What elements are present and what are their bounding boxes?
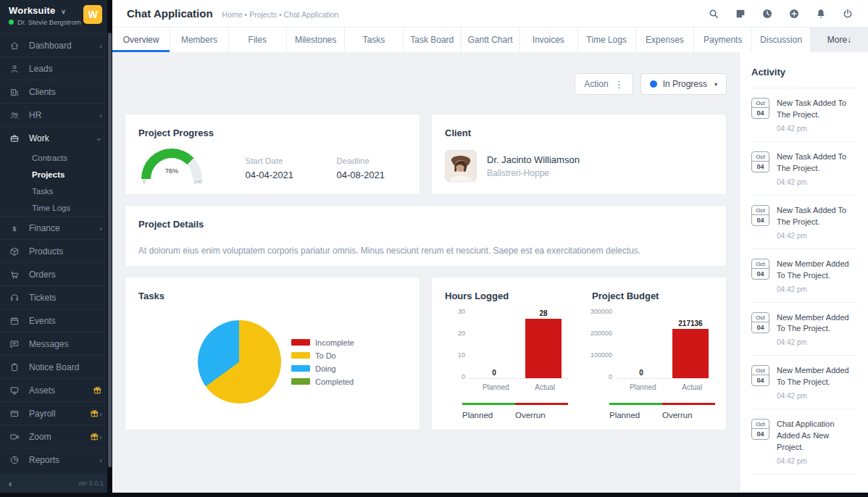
date-day: 04 bbox=[752, 375, 769, 385]
client-avatar bbox=[445, 150, 477, 182]
overrun-legend-line bbox=[662, 403, 715, 405]
card-title: Client bbox=[432, 114, 726, 138]
tab-more[interactable]: More↓ bbox=[811, 28, 868, 52]
project-details-card: Project Details At dolorum eius enim vol… bbox=[125, 205, 727, 267]
card-title: Tasks bbox=[125, 277, 420, 301]
sidebar-item-messages[interactable]: Messages bbox=[0, 332, 112, 355]
collapse-sidebar-button[interactable]: ‹ bbox=[9, 478, 12, 489]
legend-swatch bbox=[291, 378, 310, 385]
app-logo[interactable]: W bbox=[83, 5, 102, 24]
sidebar: Worksuite ∨ Dr. Stevie Bergstrom W Dashb… bbox=[0, 0, 112, 497]
sidebar-item-tickets[interactable]: Tickets bbox=[0, 285, 112, 309]
sticky-note-icon[interactable] bbox=[735, 8, 746, 20]
action-button[interactable]: Action ⋮ bbox=[575, 73, 633, 95]
sidebar-item-notice-board[interactable]: Notice Board bbox=[0, 355, 112, 378]
tab-members[interactable]: Members bbox=[170, 28, 228, 52]
tab-label: Discussion bbox=[760, 35, 802, 45]
tab-payments[interactable]: Payments bbox=[694, 28, 752, 52]
sidebar-item-tasks[interactable]: Tasks bbox=[0, 183, 112, 199]
tab-overview[interactable]: Overview bbox=[112, 28, 170, 52]
sidebar-item-hr[interactable]: HR › bbox=[0, 103, 112, 126]
tab-label: Files bbox=[249, 35, 267, 45]
sidebar-item-events[interactable]: Events bbox=[0, 309, 112, 332]
date-month: Oct bbox=[752, 206, 769, 215]
card-title: Project Details bbox=[125, 206, 726, 230]
video-icon bbox=[9, 432, 20, 442]
actual-bar bbox=[672, 329, 709, 378]
tab-invoices[interactable]: Invoices bbox=[519, 28, 577, 52]
sidebar-item-label: Work bbox=[29, 133, 96, 143]
overrun-legend-line bbox=[515, 403, 568, 405]
tab-task-board[interactable]: Task Board bbox=[404, 28, 462, 52]
bell-icon[interactable] bbox=[815, 8, 827, 20]
headset-icon bbox=[9, 293, 20, 303]
date-day: 04 bbox=[752, 108, 769, 118]
tab-milestones[interactable]: Milestones bbox=[287, 28, 345, 52]
legend-item: Incomplete bbox=[291, 338, 354, 347]
sidebar-item-label: Orders bbox=[29, 270, 102, 280]
sidebar-item-reports[interactable]: Reports › bbox=[0, 448, 112, 471]
sidebar-item-contracts[interactable]: Contracts bbox=[0, 149, 112, 166]
chevron-down-icon: ∨ bbox=[61, 8, 66, 15]
sidebar-item-orders[interactable]: Orders bbox=[0, 262, 112, 285]
tab-label: Task Board bbox=[410, 35, 454, 45]
clipboard-icon bbox=[9, 362, 20, 372]
project-budget-chart: Project Budget 3000002000001000000 0 217… bbox=[579, 277, 726, 430]
tab-label: Members bbox=[181, 35, 217, 45]
sidebar-item-assets[interactable]: Assets bbox=[0, 378, 112, 401]
tab-discussion[interactable]: Discussion bbox=[752, 28, 810, 52]
sidebar-item-zoom[interactable]: Zoom › bbox=[0, 425, 112, 448]
clock-icon[interactable] bbox=[761, 8, 773, 20]
gift-icon bbox=[90, 432, 99, 441]
client-company: Balistreri-Hoppe bbox=[487, 168, 580, 178]
gauge-max: 100 bbox=[193, 179, 202, 184]
start-date-value: 04-04-2021 bbox=[246, 170, 294, 180]
sidebar-item-products[interactable]: Products bbox=[0, 239, 112, 262]
sidebar-item-time-logs[interactable]: Time Logs bbox=[0, 199, 112, 216]
card-title: Hours Logged bbox=[436, 277, 575, 301]
bar-value: 0 bbox=[492, 369, 496, 377]
sidebar-item-payroll[interactable]: Payroll › bbox=[0, 401, 112, 425]
card-title: Project Budget bbox=[583, 277, 722, 301]
cart-icon bbox=[9, 270, 20, 280]
sidebar-item-projects[interactable]: Projects bbox=[0, 166, 112, 183]
x-axis: PlannedActual bbox=[470, 383, 568, 391]
add-icon[interactable] bbox=[788, 8, 800, 20]
sidebar-item-label: Clients bbox=[29, 87, 102, 97]
sidebar-item-label: Finance bbox=[29, 223, 99, 233]
date-day: 04 bbox=[752, 215, 769, 225]
sidebar-item-clients[interactable]: Clients bbox=[0, 80, 112, 103]
legend-label: Planned bbox=[462, 411, 515, 419]
sidebar-item-finance[interactable]: Finance › bbox=[0, 216, 112, 239]
date-month: Oct bbox=[752, 152, 769, 162]
page-title: Chat Application bbox=[127, 7, 213, 20]
tasks-chart-card: Tasks Incomplete To Do Doing Completed bbox=[125, 277, 420, 430]
start-date-group: Start Date 04-04-2021 bbox=[246, 156, 294, 180]
date-month: Oct bbox=[752, 366, 769, 375]
online-status-dot bbox=[9, 20, 14, 25]
sidebar-item-work[interactable]: Work ⌄ bbox=[0, 126, 112, 149]
sidebar-item-label: Contracts bbox=[32, 154, 102, 162]
tab-expenses[interactable]: Expenses bbox=[636, 28, 694, 52]
activity-time: 04:42 pm bbox=[777, 125, 856, 133]
tab-time-logs[interactable]: Time Logs bbox=[578, 28, 636, 52]
sidebar-scrollbar-thumb[interactable] bbox=[108, 33, 112, 467]
status-dropdown[interactable]: In Progress ▾ bbox=[640, 73, 727, 95]
power-icon[interactable] bbox=[842, 8, 854, 20]
tab-tasks[interactable]: Tasks bbox=[345, 28, 403, 52]
activity-text: New Member Added To The Project. bbox=[777, 259, 856, 282]
progress-gauge: 76% 0 100 bbox=[141, 149, 202, 188]
chevron-icon: › bbox=[99, 111, 102, 120]
sidebar-item-dashboard[interactable]: Dashboard › bbox=[0, 33, 112, 57]
date-badge: Oct 04 bbox=[751, 419, 769, 440]
tab-gantt-chart[interactable]: Gantt Chart bbox=[462, 28, 519, 52]
y-axis: 3020100 bbox=[442, 310, 470, 379]
sidebar-item-leads[interactable]: Leads bbox=[0, 57, 112, 80]
tab-files[interactable]: Files bbox=[229, 28, 287, 52]
chevron-icon: › bbox=[99, 41, 102, 50]
gift-icon bbox=[90, 409, 99, 418]
sidebar-footer: ‹ ver 5.0.1 bbox=[0, 474, 112, 493]
y-axis: 3000002000001000000 bbox=[589, 310, 617, 379]
search-icon[interactable] bbox=[708, 8, 719, 20]
app-version: ver 5.0.1 bbox=[78, 480, 104, 487]
